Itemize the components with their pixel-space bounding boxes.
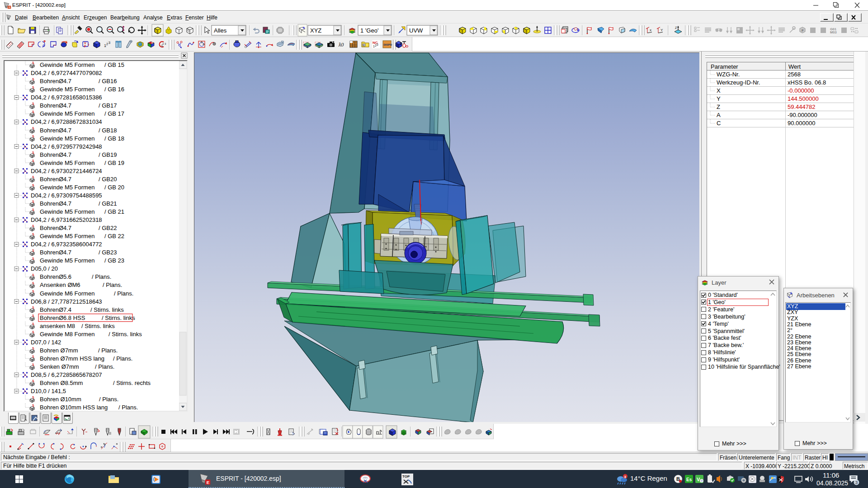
- svg-text:BohrenØ7.4: BohrenØ7.4: [40, 306, 71, 313]
- svg-text:/ GB 20: / GB 20: [104, 184, 124, 191]
- svg-text:DISPO: DISPO: [384, 43, 392, 46]
- svg-text:/ Stirns. links: / Stirns. links: [102, 314, 135, 321]
- svg-text:Gewinde M5 Formen: Gewinde M5 Formen: [40, 61, 94, 68]
- svg-text:/ GB 17: / GB 17: [104, 110, 124, 117]
- svg-text:Alles: Alles: [214, 27, 227, 34]
- svg-text:/ GB20: / GB20: [99, 176, 117, 183]
- svg-text:UVW: UVW: [409, 27, 423, 34]
- svg-text:Gewinde M8 Formen: Gewinde M8 Formen: [40, 331, 94, 338]
- svg-text:/ GB17: / GB17: [99, 102, 117, 109]
- svg-text:/ Stirns. links: / Stirns. links: [81, 323, 115, 329]
- svg-text:/ GB 19: / GB 19: [104, 160, 124, 166]
- svg-text:Gewinde M5 Formen: Gewinde M5 Formen: [40, 110, 94, 117]
- svg-text:ansenken M8: ansenken M8: [40, 323, 75, 329]
- svg-text:/ GB18: / GB18: [99, 127, 117, 134]
- svg-text:D04,2 / 6,97295779242948: D04,2 / 6,97295779242948: [31, 143, 102, 150]
- svg-text:/ Plans.: / Plans.: [95, 363, 114, 370]
- svg-text:3: 3: [624, 475, 627, 479]
- svg-text:D04,2 / 6,97288672831034: D04,2 / 6,97288672831034: [31, 118, 102, 125]
- svg-text:/ Plans.: / Plans.: [98, 347, 118, 354]
- svg-text:Gewinde M5 Formen: Gewinde M5 Formen: [40, 135, 94, 142]
- svg-text:x: x: [650, 28, 651, 32]
- svg-text:V: V: [697, 477, 700, 482]
- svg-text:/ GB 16: / GB 16: [104, 86, 124, 93]
- svg-text:/ GB16: / GB16: [99, 78, 117, 84]
- svg-text:Ansenken ØM6: Ansenken ØM6: [40, 282, 80, 288]
- svg-text:D07,0 / 142: D07,0 / 142: [31, 339, 61, 346]
- svg-text:/ GB 18: / GB 18: [104, 135, 124, 142]
- svg-text:BohrenØ4.7: BohrenØ4.7: [40, 225, 71, 231]
- svg-text:/ GB21: / GB21: [99, 200, 117, 207]
- svg-text:Bohren Ø7mm: Bohren Ø7mm: [40, 347, 78, 354]
- svg-text:?: ?: [701, 479, 703, 483]
- svg-text:Gewinde M5 Formen: Gewinde M5 Formen: [40, 184, 94, 191]
- svg-text:Bohren Ø7mm HSS lang: Bohren Ø7mm HSS lang: [40, 355, 104, 362]
- svg-text:D04,2 / 6,97309754488595: D04,2 / 6,97309754488595: [31, 192, 102, 199]
- svg-text:/ Plans.: / Plans.: [99, 396, 118, 403]
- svg-text:Bohren Ø8.5mm: Bohren Ø8.5mm: [40, 380, 83, 386]
- svg-text:Bohren Ø10mm: Bohren Ø10mm: [40, 396, 81, 403]
- svg-text:BohrenØ4.7: BohrenØ4.7: [40, 249, 71, 256]
- svg-text:Y: Y: [66, 40, 67, 43]
- svg-text:2 3: 2 3: [162, 42, 166, 45]
- svg-text:/ Plans.: / Plans.: [103, 282, 122, 288]
- svg-text:BohrenØ4.7: BohrenØ4.7: [40, 151, 71, 158]
- svg-text:Gewinde M5 Formen: Gewinde M5 Formen: [40, 233, 94, 239]
- svg-text:/ GB22: / GB22: [99, 225, 117, 231]
- svg-text:TOP: TOP: [402, 474, 410, 479]
- svg-text:Gewinde M5 Formen: Gewinde M5 Formen: [40, 208, 94, 215]
- svg-text:E: E: [207, 480, 210, 485]
- svg-text:D04,2 / 6,97323586004772: D04,2 / 6,97323586004772: [31, 241, 102, 248]
- svg-text:R: R: [151, 42, 153, 44]
- svg-text:Y: Y: [660, 28, 663, 32]
- svg-text:/ GB 22: / GB 22: [104, 233, 124, 239]
- svg-text:Gewinde M6 Formen: Gewinde M6 Formen: [40, 290, 94, 297]
- svg-text:XYZ: XYZ: [310, 27, 321, 34]
- svg-text:Z: Z: [675, 26, 677, 29]
- svg-text:Gewinde M5 Formen: Gewinde M5 Formen: [40, 257, 94, 264]
- svg-text:/ GB 23: / GB 23: [104, 257, 124, 264]
- svg-text:3: 3: [108, 41, 110, 44]
- svg-text:V: V: [84, 42, 86, 45]
- svg-text:Gewinde M5 Formen: Gewinde M5 Formen: [40, 86, 94, 93]
- svg-text:ƛ0: ƛ0: [338, 42, 344, 48]
- svg-text:Es: Es: [686, 477, 692, 482]
- svg-text:/ Plans.: / Plans.: [114, 290, 133, 297]
- svg-text:Bohren Ø10mm HSS lang: Bohren Ø10mm HSS lang: [40, 404, 108, 411]
- svg-text:Senken Ø7mm: Senken Ø7mm: [40, 363, 79, 370]
- svg-text:D04,2 / 6,97274477079082: D04,2 / 6,97274477079082: [31, 70, 102, 76]
- svg-text:D10,0 / 141,5: D10,0 / 141,5: [31, 388, 66, 394]
- svg-text:/ GB 21: / GB 21: [104, 208, 124, 215]
- svg-text:/ Plans.: / Plans.: [118, 404, 138, 411]
- svg-text:BohrenØ5.6: BohrenØ5.6: [40, 273, 71, 280]
- svg-text:BohrenØ4.7: BohrenØ4.7: [40, 102, 71, 109]
- svg-text:BohrenØ4.7: BohrenØ4.7: [40, 127, 71, 134]
- svg-text:2: 2: [106, 42, 108, 46]
- svg-text:O: O: [406, 44, 408, 48]
- svg-text:/ Stirns. links: / Stirns. links: [90, 306, 124, 313]
- svg-text:/ GB23: / GB23: [99, 249, 117, 256]
- svg-text:Z: Z: [400, 42, 402, 46]
- svg-text:BohrenØ4.7: BohrenØ4.7: [40, 78, 71, 84]
- svg-text:BohrenØ4.7: BohrenØ4.7: [40, 200, 71, 207]
- svg-text:/ Plans.: / Plans.: [113, 355, 132, 362]
- svg-text:BohrenØ6.8 HSS: BohrenØ6.8 HSS: [40, 314, 85, 321]
- svg-text:1 'Geo': 1 'Geo': [360, 27, 378, 34]
- svg-text:/ Stirns. rechts: / Stirns. rechts: [113, 380, 151, 386]
- svg-text:D05,0 / 20: D05,0 / 20: [31, 265, 58, 272]
- svg-text:D04,2 / 6,97302721446724: D04,2 / 6,97302721446724: [31, 168, 102, 174]
- svg-text:F: F: [802, 28, 804, 33]
- svg-text:/ GB19: / GB19: [99, 151, 117, 158]
- svg-text:M03: M03: [830, 30, 837, 34]
- svg-text:P: P: [84, 45, 86, 48]
- svg-text:BohrenØ4.7: BohrenØ4.7: [40, 176, 71, 183]
- svg-text:D04,2 / 6,97281658015386: D04,2 / 6,97281658015386: [31, 94, 102, 101]
- svg-text:/ Stirns. links: / Stirns. links: [108, 331, 142, 338]
- svg-text:/ Plans.: / Plans.: [92, 273, 111, 280]
- svg-text:D08,5 / 6,27285865678207: D08,5 / 6,27285865678207: [31, 371, 102, 378]
- svg-text:R: R: [363, 44, 365, 47]
- svg-text:3: 3: [855, 480, 858, 485]
- svg-text:D06,8 / 27,7787212518643: D06,8 / 27,7787212518643: [31, 298, 102, 305]
- svg-text:D04,2 / 6,97316625202318: D04,2 / 6,97316625202318: [31, 216, 102, 223]
- svg-text:Gewinde M5 Formen: Gewinde M5 Formen: [40, 160, 94, 166]
